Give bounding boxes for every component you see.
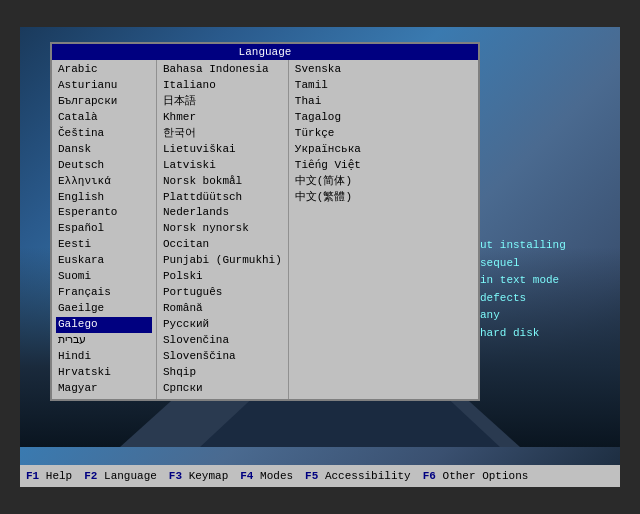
list-item[interactable]: Lietuviškai xyxy=(161,142,284,158)
f6-other-key[interactable]: F6 Other Options xyxy=(423,470,529,482)
list-item[interactable]: Tagalog xyxy=(293,110,390,126)
dialog-columns: Arabic Asturianu Български Català Češtin… xyxy=(52,60,478,399)
list-item[interactable]: Thai xyxy=(293,94,390,110)
list-item[interactable]: Italiano xyxy=(161,78,284,94)
language-dialog: Language Arabic Asturianu Български Cata… xyxy=(50,42,480,401)
list-item[interactable]: Српски xyxy=(161,381,284,397)
list-item[interactable]: Deutsch xyxy=(56,158,152,174)
list-item[interactable]: Português xyxy=(161,285,284,301)
list-item[interactable]: 中文(繁體) xyxy=(293,190,390,206)
install-menu: ut installing sequel in text mode defect… xyxy=(480,237,610,343)
f5-text: Accessibility xyxy=(325,470,411,482)
list-item[interactable]: Čeština xyxy=(56,126,152,142)
list-item[interactable]: Türkçe xyxy=(293,126,390,142)
f6-text: Other Options xyxy=(443,470,529,482)
install-item[interactable]: sequel xyxy=(480,255,610,273)
f2-text: Language xyxy=(104,470,157,482)
list-item[interactable]: Hrvatski xyxy=(56,365,152,381)
list-item[interactable]: Українська xyxy=(293,142,390,158)
f2-label: F2 xyxy=(84,470,97,482)
list-item[interactable]: Euskara xyxy=(56,253,152,269)
list-item[interactable]: Punjabi (Gurmukhi) xyxy=(161,253,284,269)
list-item[interactable]: Suomi xyxy=(56,269,152,285)
install-item[interactable]: any xyxy=(480,307,610,325)
list-item[interactable]: Norsk bokmål xyxy=(161,174,284,190)
install-item[interactable]: ut installing xyxy=(480,237,610,255)
f1-text: Help xyxy=(46,470,72,482)
list-item[interactable]: Esperanto xyxy=(56,205,152,221)
install-item[interactable]: in text mode xyxy=(480,272,610,290)
list-item[interactable]: 日本語 xyxy=(161,94,284,110)
f3-text: Keymap xyxy=(189,470,229,482)
list-item-selected[interactable]: Galego xyxy=(56,317,152,333)
list-item[interactable]: Tamil xyxy=(293,78,390,94)
list-item[interactable]: Polski xyxy=(161,269,284,285)
install-item[interactable]: hard disk xyxy=(480,325,610,343)
list-item[interactable]: 한국어 xyxy=(161,126,284,142)
f4-label: F4 xyxy=(240,470,253,482)
list-item[interactable]: Română xyxy=(161,301,284,317)
list-item[interactable]: Ελληνικά xyxy=(56,174,152,190)
f6-label: F6 xyxy=(423,470,436,482)
f4-text: Modes xyxy=(260,470,293,482)
list-item[interactable]: עברית xyxy=(56,333,152,349)
list-item[interactable]: Latviski xyxy=(161,158,284,174)
list-item[interactable]: Khmer xyxy=(161,110,284,126)
list-item[interactable]: Español xyxy=(56,221,152,237)
f3-label: F3 xyxy=(169,470,182,482)
monitor-frame: Language Arabic Asturianu Български Cata… xyxy=(0,0,640,514)
f3-keymap-key[interactable]: F3 Keymap xyxy=(169,470,228,482)
f1-label: F1 xyxy=(26,470,39,482)
language-column-2: Bahasa Indonesia Italiano 日本語 Khmer 한국어 … xyxy=(157,60,289,399)
list-item[interactable]: English xyxy=(56,190,152,206)
list-item[interactable]: Tiếng Việt xyxy=(293,158,390,174)
list-item[interactable]: Hindi xyxy=(56,349,152,365)
list-item[interactable]: Nederlands xyxy=(161,205,284,221)
list-item[interactable]: Français xyxy=(56,285,152,301)
screen: Language Arabic Asturianu Български Cata… xyxy=(20,27,620,487)
dialog-title: Language xyxy=(52,44,478,60)
list-item[interactable]: Slovenčina xyxy=(161,333,284,349)
language-column-1: Arabic Asturianu Български Català Češtin… xyxy=(52,60,157,399)
list-item[interactable]: Русский xyxy=(161,317,284,333)
list-item[interactable]: Bahasa Indonesia xyxy=(161,62,284,78)
list-item[interactable]: Български xyxy=(56,94,152,110)
list-item[interactable]: Català xyxy=(56,110,152,126)
list-item[interactable]: Magyar xyxy=(56,381,152,397)
list-item[interactable]: Eesti xyxy=(56,237,152,253)
list-item[interactable]: Slovenščina xyxy=(161,349,284,365)
list-item[interactable]: Svenska xyxy=(293,62,390,78)
f5-accessibility-key[interactable]: F5 Accessibility xyxy=(305,470,411,482)
list-item[interactable]: Plattdüütsch xyxy=(161,190,284,206)
list-item[interactable]: Occitan xyxy=(161,237,284,253)
f2-language-key[interactable]: F2 Language xyxy=(84,470,157,482)
bottom-bar: F1 Help F2 Language F3 Keymap F4 Modes F… xyxy=(20,465,620,487)
list-item[interactable]: Norsk nynorsk xyxy=(161,221,284,237)
list-item[interactable]: Arabic xyxy=(56,62,152,78)
f5-label: F5 xyxy=(305,470,318,482)
f1-help-key[interactable]: F1 Help xyxy=(26,470,72,482)
list-item[interactable]: Gaeilge xyxy=(56,301,152,317)
list-item[interactable]: Shqip xyxy=(161,365,284,381)
f4-modes-key[interactable]: F4 Modes xyxy=(240,470,293,482)
list-item[interactable]: 中文(简体) xyxy=(293,174,390,190)
install-item[interactable]: defects xyxy=(480,290,610,308)
list-item[interactable]: Dansk xyxy=(56,142,152,158)
list-item[interactable]: Asturianu xyxy=(56,78,152,94)
language-column-3: Svenska Tamil Thai Tagalog Türkçe Україн… xyxy=(289,60,394,399)
